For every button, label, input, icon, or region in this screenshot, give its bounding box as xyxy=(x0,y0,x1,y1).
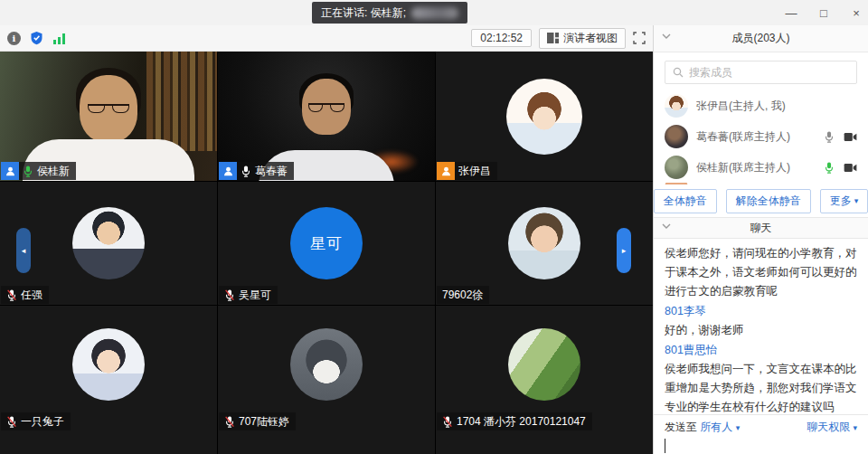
mic-muted-icon xyxy=(224,415,235,429)
avatar xyxy=(508,207,580,279)
self-badge-icon xyxy=(437,162,455,180)
mute-all-button[interactable]: 全体静音 xyxy=(654,189,717,213)
member-mic-icon[interactable] xyxy=(824,130,835,144)
security-shield-icon[interactable] xyxy=(30,31,43,45)
avatar xyxy=(290,328,363,401)
participant-name-tag: 吴星可 xyxy=(219,286,278,304)
member-mic-on-icon[interactable] xyxy=(824,161,835,175)
speaker-view-button[interactable]: 演讲者视图 xyxy=(539,28,626,49)
host-badge-icon xyxy=(1,162,19,180)
host-badge-icon xyxy=(219,162,237,180)
video-tile-707luyuting[interactable]: 707陆钰婷 xyxy=(218,306,435,454)
mic-muted-icon xyxy=(6,288,17,302)
more-button[interactable]: 更多▾ xyxy=(820,189,868,213)
chat-input-area[interactable] xyxy=(665,438,857,454)
blurred-speaker-names xyxy=(411,7,458,19)
next-page-arrow[interactable]: ▸ xyxy=(617,228,631,273)
meeting-app-window: 正在讲话: 侯桂新; 义 — □ × i 02:12:52 xyxy=(0,0,868,454)
participant-name-tag: 葛春蕃 xyxy=(219,162,294,180)
member-search-box[interactable] xyxy=(665,61,857,84)
collapse-chevron-icon[interactable] xyxy=(662,33,671,39)
chat-sender-name: 801李琴 xyxy=(665,302,857,321)
participant-name-tag: 79602徐 xyxy=(437,286,489,304)
caret-down-icon: ▾ xyxy=(736,423,741,432)
video-tile-gechunfan[interactable]: 葛春蕃 xyxy=(218,52,435,181)
speaking-toast-text: 正在讲话: 侯桂新; xyxy=(321,5,406,21)
avatar xyxy=(72,328,145,401)
avatar xyxy=(665,125,688,148)
video-tile-1704panxiaofen[interactable]: 1704 潘小芬 20170121047 xyxy=(436,306,653,454)
mic-muted-icon xyxy=(442,415,453,429)
chat-message-list: 侯老师您好，请问现在的小学教育，对于课本之外，语文老师如何可以更好的进行古文的启… xyxy=(654,239,868,414)
chat-footer: 发送至 所有人 ▾ 聊天权限 ▾ xyxy=(654,414,868,454)
participant-name-tag: 任强 xyxy=(1,286,49,304)
chat-permission-dropdown[interactable]: 聊天权限 ▾ xyxy=(807,420,857,435)
unmute-all-button[interactable]: 解除全体静音 xyxy=(726,189,811,213)
mic-muted-icon xyxy=(6,415,17,429)
member-row-zhangyichang[interactable]: 张伊昌(主持人, 我) xyxy=(654,90,868,121)
avatar-initials: 星可 xyxy=(310,233,343,254)
member-row-houguixin[interactable]: 侯桂新(联席主持人) xyxy=(654,152,868,183)
search-icon xyxy=(673,67,684,78)
chat-panel-title: 聊天 xyxy=(750,221,772,236)
mic-on-icon xyxy=(23,165,33,178)
maximize-button[interactable]: □ xyxy=(817,6,830,20)
caret-down-icon: ▾ xyxy=(853,423,857,432)
meeting-info-icon[interactable]: i xyxy=(7,32,21,45)
avatar xyxy=(506,79,582,155)
avatar xyxy=(72,207,145,279)
collapse-chevron-icon[interactable] xyxy=(662,223,671,229)
member-row-gechunfan[interactable]: 葛春蕃(联席主持人) xyxy=(654,121,868,152)
chat-message-text: 好的，谢谢老师 xyxy=(665,321,857,340)
video-tile-wuxingke[interactable]: 星可 吴星可 xyxy=(218,182,435,305)
avatar xyxy=(665,94,688,118)
text-cursor xyxy=(665,439,665,453)
minimize-button[interactable]: — xyxy=(785,6,797,20)
video-tile-yizhituzi[interactable]: 一只兔子 xyxy=(0,306,217,454)
titlebar: 正在讲话: 侯桂新; 义 — □ × xyxy=(0,0,868,25)
caret-down-icon: ▾ xyxy=(854,196,859,205)
members-panel-title: 成员(203人) xyxy=(731,31,789,46)
meeting-toolbar: i 02:12:52 演讲者视图 xyxy=(0,25,653,52)
video-tile-renqiang[interactable]: 任强 xyxy=(0,182,217,305)
chat-message-text: 侯老师我想问一下，文言文在课本的比重增加是大势所趋，那您对我们学语文专业的学生在… xyxy=(665,360,857,414)
send-to-dropdown[interactable]: 所有人 ▾ xyxy=(700,420,740,435)
chat-sender-name: 801曹思怡 xyxy=(665,341,857,360)
chat-panel-header: 聊天 xyxy=(654,217,868,239)
chat-message-text: 侯老师您好，请问现在的小学教育，对于课本之外，语文老师如何可以更好的进行古文的启… xyxy=(665,244,857,301)
mic-on-icon xyxy=(241,165,251,178)
network-signal-icon xyxy=(52,33,66,44)
member-camera-icon[interactable] xyxy=(844,132,857,142)
close-button[interactable]: × xyxy=(850,6,863,20)
member-actions: 全体静音 解除全体静音 更多▾ xyxy=(654,184,868,217)
send-to-label: 发送至 xyxy=(665,420,697,435)
member-camera-icon[interactable] xyxy=(844,163,857,173)
video-grid: 侯桂新 葛春蕃 xyxy=(0,52,653,454)
video-tile-zhangyichang[interactable]: 张伊昌 xyxy=(436,52,653,181)
participant-name-tag: 张伊昌 xyxy=(437,162,497,180)
avatar: 星可 xyxy=(290,207,363,279)
video-stage: i 02:12:52 演讲者视图 xyxy=(0,25,653,454)
member-search-input[interactable] xyxy=(689,66,849,79)
participant-name-tag: 一只兔子 xyxy=(1,412,71,430)
avatar xyxy=(665,156,688,179)
participant-name-tag: 1704 潘小芬 20170121047 xyxy=(437,412,592,430)
meeting-timer: 02:12:52 xyxy=(471,29,532,47)
members-panel-header: 成员(203人) xyxy=(654,25,868,52)
mic-muted-icon xyxy=(224,288,235,302)
layout-view-icon xyxy=(547,33,559,43)
member-list: 张伊昌(主持人, 我) 葛春蕃(联席主持人) xyxy=(654,90,868,184)
sidebar-panel: 成员(203人) 张伊昌(主持人, 我) 葛春蕃(联席主持人) xyxy=(653,25,868,454)
participant-name-tag: 侯桂新 xyxy=(1,162,76,180)
avatar xyxy=(508,328,580,401)
speaking-toast: 正在讲话: 侯桂新; xyxy=(312,2,467,24)
video-tile-houguixin[interactable]: 侯桂新 xyxy=(0,52,217,181)
prev-page-arrow[interactable]: ◂ xyxy=(16,228,31,273)
fullscreen-icon[interactable] xyxy=(633,32,646,44)
participant-name-tag: 707陆钰婷 xyxy=(219,412,296,430)
